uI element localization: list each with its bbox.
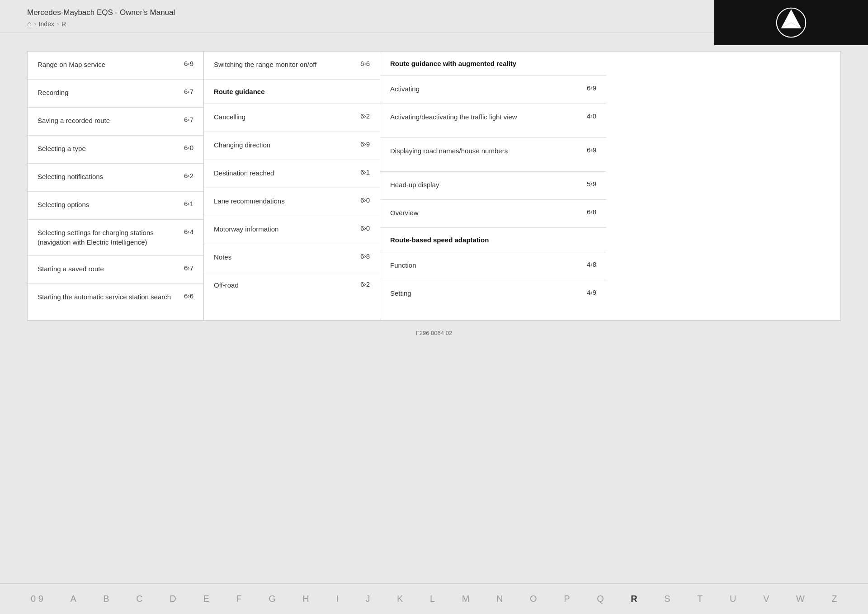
list-item[interactable]: Changing direction 6›9 (204, 132, 380, 160)
list-item[interactable]: Lane recommendations 6›0 (204, 188, 380, 216)
list-item[interactable]: Head-up display 5›9 (380, 172, 606, 200)
alpha-j[interactable]: J (362, 592, 373, 606)
alpha-k[interactable]: K (393, 592, 406, 606)
alpha-c[interactable]: C (132, 592, 146, 606)
alpha-m[interactable]: M (458, 592, 473, 606)
list-item[interactable]: Starting a saved route 6›7 (28, 256, 203, 284)
alpha-u[interactable]: U (726, 592, 740, 606)
col-3: Route guidance with augmented reality Ac… (380, 52, 606, 320)
alpha-v[interactable]: V (760, 592, 773, 606)
item-page: 6›2 (360, 280, 370, 288)
col-2: Switching the range monitor on/off 6›6 R… (204, 52, 380, 320)
alpha-e[interactable]: E (199, 592, 212, 606)
alpha-r[interactable]: R (627, 592, 641, 606)
list-item[interactable]: Motorway information 6›0 (204, 216, 380, 244)
item-page: 5›9 (587, 180, 596, 188)
item-label: Changing direction (214, 140, 360, 150)
item-page: 6›7 (184, 264, 193, 272)
item-label: Function (390, 260, 587, 270)
list-item[interactable]: Off-road 6›2 (204, 272, 380, 300)
item-label: Notes (214, 252, 360, 262)
alpha-d[interactable]: D (166, 592, 179, 606)
list-item[interactable]: Displaying road names/house numbers 6›9 (380, 138, 606, 172)
section-header-augmented-reality: Route guidance with augmented reality (380, 52, 606, 76)
home-icon[interactable]: ⌂ (27, 20, 32, 28)
list-item[interactable]: Setting 4›9 (380, 280, 606, 308)
alpha-w[interactable]: W (793, 592, 808, 606)
item-label: Head-up display (390, 180, 587, 189)
list-item[interactable]: Recording 6›7 (28, 80, 203, 108)
alpha-p[interactable]: P (560, 592, 573, 606)
item-label: Lane recommendations (214, 196, 360, 206)
alpha-09[interactable]: 0 9 (27, 592, 47, 606)
item-label: Selecting options (38, 200, 184, 209)
list-item[interactable]: Selecting options 6›1 (28, 192, 203, 220)
main-content: Range on Map service 6›9 Recording 6›7 S… (0, 33, 868, 382)
breadcrumb-sep-1: › (34, 21, 36, 27)
list-item[interactable]: Saving a recorded route 6›7 (28, 108, 203, 136)
page-header: Mercedes-Maybach EQS - Owner's Manual ⌂ … (0, 0, 868, 33)
item-label: Recording (38, 88, 184, 97)
list-item[interactable]: Overview 6›8 (380, 200, 606, 228)
item-label: Selecting settings for charging stations… (38, 228, 184, 247)
item-label: Off-road (214, 280, 360, 290)
alpha-t[interactable]: T (693, 592, 706, 606)
breadcrumb-sep-2: › (57, 21, 59, 27)
item-page: 6›7 (184, 116, 193, 123)
alpha-g[interactable]: G (265, 592, 279, 606)
list-item[interactable]: Selecting notifications 6›2 (28, 164, 203, 192)
item-label: Activating/deactivating the traffic ligh… (390, 112, 587, 122)
list-item[interactable]: Selecting a type 6›0 (28, 136, 203, 164)
list-item[interactable]: Starting the automatic service station s… (28, 284, 203, 320)
alpha-n[interactable]: N (493, 592, 506, 606)
alpha-i[interactable]: I (332, 592, 342, 606)
item-page: 6›6 (360, 60, 370, 67)
list-item[interactable]: Range on Map service 6›9 (28, 52, 203, 80)
alpha-o[interactable]: O (526, 592, 541, 606)
mercedes-logo (775, 7, 807, 38)
alpha-q[interactable]: Q (593, 592, 608, 606)
list-item[interactable]: Switching the range monitor on/off 6›6 (204, 52, 380, 80)
item-label: Displaying road names/house numbers (390, 146, 587, 156)
item-label: Starting a saved route (38, 264, 184, 274)
list-item[interactable]: Destination reached 6›1 (204, 160, 380, 188)
alpha-s[interactable]: S (660, 592, 674, 606)
index-grid: Range on Map service 6›9 Recording 6›7 S… (27, 51, 841, 321)
item-page: 6›9 (360, 140, 370, 148)
list-item[interactable]: Activating/deactivating the traffic ligh… (380, 104, 606, 138)
item-page: 6›1 (184, 200, 193, 208)
list-item[interactable]: Function 4›8 (380, 252, 606, 280)
item-page: 6›2 (184, 172, 193, 179)
alphabet-nav: 0 9 A B C D E F G H I J K L M N O P Q R … (0, 583, 868, 614)
item-label: Saving a recorded route (38, 116, 184, 125)
page-code: F296 0064 02 (27, 330, 841, 336)
document-title: Mercedes-Maybach EQS - Owner's Manual (27, 8, 175, 17)
alpha-l[interactable]: L (426, 592, 439, 606)
section-header-speed-adaptation: Route-based speed adaptation (380, 228, 606, 252)
list-item[interactable]: Selecting settings for charging stations… (28, 220, 203, 256)
item-page: 6›8 (587, 208, 596, 216)
item-label: Destination reached (214, 168, 360, 178)
item-page: 6›9 (587, 146, 596, 154)
item-page: 6›6 (184, 292, 193, 300)
list-item[interactable]: Notes 6›8 (204, 244, 380, 272)
item-page: 6›2 (360, 112, 370, 120)
item-label: Motorway information (214, 224, 360, 234)
item-page: 6›7 (184, 88, 193, 95)
alpha-z[interactable]: Z (828, 592, 841, 606)
alpha-b[interactable]: B (99, 592, 113, 606)
item-label: Cancelling (214, 112, 360, 122)
alpha-h[interactable]: H (299, 592, 312, 606)
breadcrumb-r[interactable]: R (61, 20, 66, 28)
breadcrumb-index[interactable]: Index (39, 20, 54, 28)
item-page: 6›1 (360, 168, 370, 176)
breadcrumb: ⌂ › Index › R (27, 20, 175, 28)
list-item[interactable]: Activating 6›9 (380, 76, 606, 104)
item-label: Switching the range monitor on/off (214, 60, 360, 69)
alpha-f[interactable]: F (232, 592, 245, 606)
item-label: Overview (390, 208, 587, 217)
list-item[interactable]: Cancelling 6›2 (204, 104, 380, 132)
item-page: 4›0 (587, 112, 596, 120)
alpha-a[interactable]: A (66, 592, 80, 606)
item-page: 6›9 (184, 60, 193, 67)
